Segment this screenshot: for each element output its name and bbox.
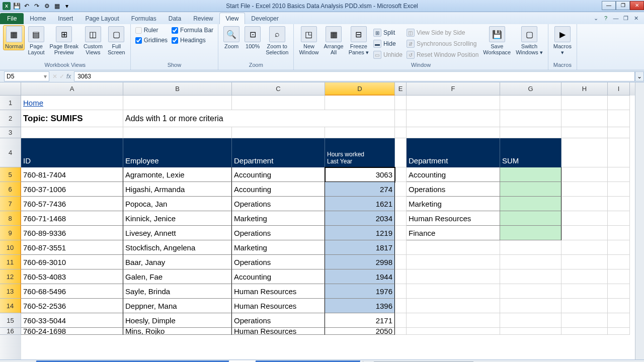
full-screen-button[interactable]: ▢Full Screen (106, 25, 127, 56)
cell[interactable]: Marketing (232, 240, 325, 255)
cell[interactable] (608, 313, 630, 328)
cell[interactable]: Stockfisch, Angelena (123, 240, 232, 255)
spreadsheet-grid[interactable]: Home Topic: SUMIFS Adds with 1 or more c… (21, 96, 635, 359)
cell[interactable]: 1219 (325, 226, 395, 240)
tab-page-layout[interactable]: Page Layout (79, 13, 125, 24)
cell[interactable]: 760-52-2536 (21, 299, 123, 313)
tab-home[interactable]: Home (24, 13, 52, 24)
zoom-100-button[interactable]: ⊡100% (243, 25, 263, 50)
zoom-button[interactable]: 🔍Zoom (221, 25, 242, 50)
cell[interactable] (407, 96, 500, 110)
cell[interactable]: Deppner, Mana (123, 299, 232, 313)
save-icon[interactable]: 💾 (12, 2, 21, 11)
cell[interactable]: 760-57-7436 (21, 197, 123, 211)
cell[interactable] (500, 328, 561, 335)
hide-button[interactable]: ▬Hide (372, 38, 404, 49)
cell[interactable] (561, 197, 608, 211)
sheet-tab[interactable]: PT(2) (79, 360, 108, 363)
doc-restore-icon[interactable]: ❐ (622, 14, 630, 22)
cell[interactable] (608, 167, 630, 182)
formula-bar-checkbox[interactable]: Formula Bar (170, 25, 215, 35)
header-cell[interactable]: Employee (123, 138, 232, 167)
cell[interactable] (395, 127, 407, 138)
help-icon[interactable]: ? (602, 14, 610, 22)
cell[interactable]: Hoesly, Dimple (123, 313, 232, 328)
cell[interactable] (608, 211, 630, 226)
unhide-button[interactable]: ▭Unhide (372, 49, 404, 60)
fx-icon[interactable]: fx (66, 73, 71, 80)
cell[interactable] (500, 211, 561, 226)
cell[interactable] (395, 240, 407, 255)
view-side-by-side-button[interactable]: ◫View Side by Side (405, 27, 480, 38)
arrange-all-button[interactable]: ▦Arrange All (322, 25, 346, 56)
custom-views-button[interactable]: ◫Custom Views (82, 25, 105, 56)
col-header[interactable]: B (123, 82, 232, 96)
cell[interactable]: Operations (232, 255, 325, 269)
qat-icon[interactable]: ⚙ (42, 2, 51, 11)
cell[interactable] (608, 284, 630, 299)
close-button[interactable]: ✕ (630, 1, 644, 10)
cell[interactable] (500, 269, 561, 284)
cell[interactable] (232, 96, 325, 110)
cell[interactable]: 760-37-1006 (21, 182, 123, 197)
cell[interactable] (561, 110, 608, 127)
cell[interactable]: 760-68-5496 (21, 284, 123, 299)
cell[interactable] (561, 211, 608, 226)
macros-button[interactable]: ▶Macros ▾ (551, 25, 574, 56)
cell[interactable]: 1621 (325, 197, 395, 211)
sheet-tab[interactable]: For(2) (254, 360, 283, 363)
cell[interactable] (395, 299, 407, 313)
excel-icon[interactable]: X (2, 2, 11, 11)
cell[interactable]: 2034 (325, 211, 395, 226)
cell[interactable]: 760-87-3551 (21, 240, 123, 255)
cell[interactable] (395, 182, 407, 197)
row-header[interactable]: 10 (0, 240, 21, 255)
freeze-panes-button[interactable]: ⊟Freeze Panes ▾ (347, 25, 371, 56)
cell[interactable]: 2171 (325, 313, 395, 328)
cell[interactable]: 760-81-7404 (21, 167, 123, 182)
header-cell[interactable]: Hours workedLast Year (325, 138, 395, 167)
tab-review[interactable]: Review (187, 13, 219, 24)
cell[interactable] (395, 197, 407, 211)
row-header[interactable]: 12 (0, 269, 21, 284)
row-header[interactable]: 5 (0, 167, 21, 182)
headings-checkbox[interactable]: Headings (170, 35, 215, 45)
row-header[interactable]: 11 (0, 255, 21, 269)
split-button[interactable]: ⊞Split (372, 27, 404, 38)
cell[interactable] (21, 127, 123, 138)
cell[interactable] (500, 313, 561, 328)
col-header[interactable]: G (500, 82, 561, 96)
cancel-icon[interactable]: ✕ (52, 73, 57, 80)
cell[interactable] (608, 182, 630, 197)
sheet-tab[interactable]: C(1) (206, 360, 230, 363)
doc-close-icon[interactable]: ✕ (632, 14, 640, 22)
tab-formulas[interactable]: Formulas (125, 13, 163, 24)
cell[interactable]: Human Resources (232, 284, 325, 299)
cell[interactable] (608, 96, 630, 110)
sheet-tab[interactable]: PT(3) (104, 360, 132, 363)
cell[interactable] (561, 127, 608, 138)
sheet-tab[interactable]: PT(1) (55, 360, 83, 363)
cell[interactable]: 1817 (325, 240, 395, 255)
cell[interactable] (395, 211, 407, 226)
row-header[interactable]: 4 (0, 138, 21, 167)
col-header[interactable]: F (407, 82, 500, 96)
cell[interactable]: 760-33-5044 (21, 313, 123, 328)
cell[interactable]: 760-69-3010 (21, 255, 123, 269)
cell[interactable] (407, 299, 500, 313)
cell[interactable] (395, 313, 407, 328)
page-layout-button[interactable]: ▤Page Layout (26, 25, 46, 56)
row-header[interactable]: 2 (0, 110, 21, 127)
cell[interactable]: Baar, Janay (123, 255, 232, 269)
save-workspace-button[interactable]: 💾Save Workspace (481, 25, 513, 56)
cell[interactable] (123, 96, 232, 110)
tab-view[interactable]: View (219, 13, 246, 24)
cell[interactable]: Accounting (232, 167, 325, 182)
row-header[interactable]: 16 (0, 328, 21, 335)
cell[interactable] (500, 299, 561, 313)
row-header[interactable]: 9 (0, 226, 21, 240)
cell[interactable]: 3063 (325, 167, 395, 182)
cell[interactable] (561, 138, 608, 167)
qat-more-icon[interactable]: ▾ (62, 2, 71, 11)
cell[interactable]: 2998 (325, 255, 395, 269)
